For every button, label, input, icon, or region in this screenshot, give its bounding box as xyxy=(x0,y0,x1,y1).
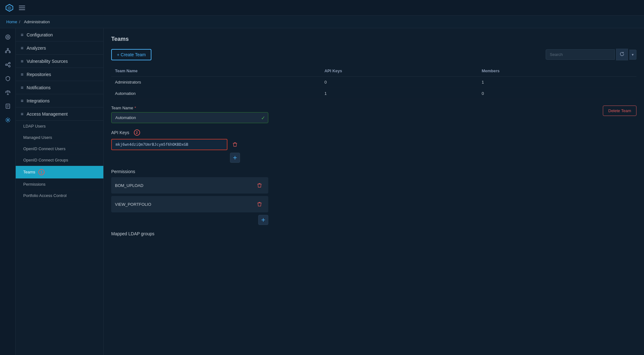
sidebar-section-repositories[interactable]: ≡ Repositories xyxy=(16,68,103,81)
sidebar-item-managed-users[interactable]: Managed Users xyxy=(16,132,103,143)
add-api-key-row xyxy=(111,153,240,163)
svg-rect-4 xyxy=(7,48,8,50)
permission-row: VIEW_PORTFOLIO xyxy=(111,196,268,212)
menu-lines-icon-6: ≡ xyxy=(21,98,24,103)
search-dropdown-button[interactable]: ▾ xyxy=(629,50,636,60)
permission-row: BOM_UPLOAD xyxy=(111,177,268,194)
sidebar-section-label: Integrations xyxy=(27,98,50,103)
sidebar-item-label: Managed Users xyxy=(23,135,52,140)
svg-line-15 xyxy=(7,65,9,66)
col-team-name: Team Name xyxy=(111,65,321,77)
col-api-keys: API Keys xyxy=(321,65,478,77)
delete-permission-button-2[interactable] xyxy=(254,199,265,209)
permission-name: BOM_UPLOAD xyxy=(115,183,252,188)
add-api-key-button[interactable] xyxy=(230,153,240,163)
sidebar-item-permissions[interactable]: Permissions xyxy=(16,179,103,190)
required-marker: * xyxy=(134,106,136,110)
menu-lines-icon-7: ≡ xyxy=(21,111,24,117)
sidebar-section-label: Access Management xyxy=(27,112,68,117)
svg-rect-5 xyxy=(5,52,7,53)
api-key-input[interactable] xyxy=(111,139,227,150)
svg-line-14 xyxy=(7,63,9,64)
sidebar-item-openid-connect-users[interactable]: OpenID Connect Users xyxy=(16,143,103,155)
sidebar-item-ldap-users[interactable]: LDAP Users xyxy=(16,121,103,132)
api-key-count-badge: 2 xyxy=(134,129,140,136)
sidebar-section-label: Notifications xyxy=(27,85,51,90)
permissions-label: Permissions xyxy=(111,169,636,174)
api-keys-cell: 0 xyxy=(321,77,478,88)
table-row[interactable]: Administrators 0 1 xyxy=(111,77,636,88)
create-team-button[interactable]: + Create Team xyxy=(111,49,151,60)
sidebar-item-teams[interactable]: Teams 1 xyxy=(16,166,103,179)
svg-point-23 xyxy=(7,119,8,121)
svg-point-13 xyxy=(8,66,10,67)
delete-team-button[interactable]: Delete Team xyxy=(603,106,636,116)
main-layout: ≡ Configuration ≡ Analyzers ≡ Vulnerabil… xyxy=(0,28,644,355)
teams-table: Team Name API Keys Members Administrator… xyxy=(111,65,636,99)
team-name-cell: Automation xyxy=(111,88,321,99)
team-name-cell: Administrators xyxy=(111,77,321,88)
members-cell: 1 xyxy=(478,77,636,88)
nav-shield[interactable] xyxy=(2,73,14,84)
sidebar-section-notifications[interactable]: ≡ Notifications xyxy=(16,81,103,94)
sidebar-section-vulnerability-sources[interactable]: ≡ Vulnerability Sources xyxy=(16,55,103,68)
permission-name: VIEW_PORTFOLIO xyxy=(115,202,252,207)
sidebar-section-label: Repositories xyxy=(27,72,51,77)
svg-rect-6 xyxy=(9,52,10,53)
svg-point-3 xyxy=(7,36,9,38)
api-keys-cell: 1 xyxy=(321,88,478,99)
toolbar: + Create Team ▾ xyxy=(111,49,636,60)
add-permission-button[interactable] xyxy=(258,215,268,225)
sidebar-item-label: Teams xyxy=(23,170,35,174)
delete-api-key-button[interactable] xyxy=(230,139,240,150)
sidebar-item-openid-connect-groups[interactable]: OpenID Connect Groups xyxy=(16,155,103,166)
svg-point-11 xyxy=(5,64,7,66)
app-logo xyxy=(5,3,14,12)
team-name-row: Team Name * ✓ Delete Team xyxy=(111,106,636,129)
search-input[interactable] xyxy=(546,49,615,60)
nav-dashboard[interactable] xyxy=(2,31,14,43)
col-members: Members xyxy=(478,65,636,77)
menu-lines-icon-5: ≡ xyxy=(21,85,24,90)
sidebar-item-label: Portfolio Access Control xyxy=(23,193,67,198)
sidebar-section-label: Vulnerability Sources xyxy=(27,59,68,64)
sidebar-item-label: OpenID Connect Users xyxy=(23,146,65,151)
sidebar-item-portfolio-access-control[interactable]: Portfolio Access Control xyxy=(16,190,103,201)
sidebar-section-label: Analyzers xyxy=(27,46,46,51)
sidebar-item-label: LDAP Users xyxy=(23,124,46,128)
sidebar-item-label: Permissions xyxy=(23,182,46,187)
refresh-button[interactable] xyxy=(616,49,628,60)
teams-badge: 1 xyxy=(38,169,45,175)
nav-reports[interactable] xyxy=(2,101,14,112)
page-title: Teams xyxy=(111,36,636,42)
api-keys-group: API Keys 2 xyxy=(111,129,636,163)
nav-org[interactable] xyxy=(2,45,14,57)
table-row[interactable]: Automation 1 0 xyxy=(111,88,636,99)
add-permission-row xyxy=(111,215,268,225)
team-name-input[interactable] xyxy=(111,112,268,123)
breadcrumb: Home / Administration xyxy=(0,16,644,28)
sidebar-section-integrations[interactable]: ≡ Integrations xyxy=(16,94,103,107)
mapped-ldap-label: Mapped LDAP groups xyxy=(111,231,636,236)
sidebar-section-label: Configuration xyxy=(27,32,53,37)
topbar xyxy=(0,0,644,16)
sidebar-section-analyzers[interactable]: ≡ Analyzers xyxy=(16,41,103,55)
breadcrumb-home[interactable]: Home xyxy=(6,19,17,24)
sidebar-section-access-management[interactable]: ≡ Access Management xyxy=(16,107,103,121)
svg-marker-1 xyxy=(8,6,11,10)
mapped-ldap-group: Mapped LDAP groups xyxy=(111,231,636,236)
svg-point-12 xyxy=(8,63,10,64)
api-key-row xyxy=(111,139,636,150)
api-keys-label: API Keys 2 xyxy=(111,129,636,136)
toolbar-right: ▾ xyxy=(546,49,636,60)
delete-permission-button[interactable] xyxy=(254,180,265,190)
nav-integrations[interactable] xyxy=(2,59,14,70)
hamburger-button[interactable] xyxy=(19,6,25,10)
menu-lines-icon-3: ≡ xyxy=(21,58,24,64)
members-cell: 0 xyxy=(478,88,636,99)
icon-rail xyxy=(0,28,16,355)
nav-scale[interactable] xyxy=(2,87,14,98)
check-icon: ✓ xyxy=(261,115,265,121)
sidebar-section-configuration[interactable]: ≡ Configuration xyxy=(16,28,103,41)
nav-settings[interactable] xyxy=(2,114,14,126)
